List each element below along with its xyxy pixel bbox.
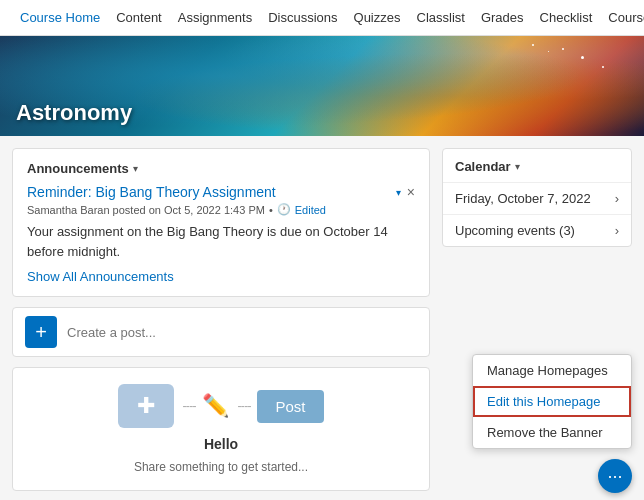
announcements-chevron-icon[interactable]: ▾ <box>133 163 138 174</box>
create-post-button[interactable]: + <box>25 316 57 348</box>
announcements-header: Announcements ▾ <box>27 161 415 176</box>
nav-discussions[interactable]: Discussions <box>260 0 345 36</box>
announcement-title-row: Reminder: Big Bang Theory Assignment ▾ × <box>27 184 415 200</box>
announcement-body: Your assignment on the Big Bang Theory i… <box>27 222 415 261</box>
nav-quizzes[interactable]: Quizzes <box>346 0 409 36</box>
announcement-author: Samantha Baran posted on Oct 5, 2022 1:4… <box>27 204 265 216</box>
announcement-title[interactable]: Reminder: Big Bang Theory Assignment <box>27 184 276 200</box>
calendar-chevron-icon[interactable]: ▾ <box>515 161 520 172</box>
dashed-arrow-icon: - - - - <box>182 399 194 413</box>
nav-content[interactable]: Content <box>108 0 170 36</box>
clock-icon: 🕐 <box>277 203 291 216</box>
nav-course-tools[interactable]: Course Tools ▾ <box>600 0 644 36</box>
nav-checklist[interactable]: Checklist <box>532 0 601 36</box>
add-icon-box: ✚ <box>118 384 174 428</box>
floating-action-button[interactable]: ··· <box>598 459 632 493</box>
create-post-bar: + <box>12 307 430 357</box>
course-banner: Astronomy <box>0 36 644 136</box>
calendar-date-label: Friday, October 7, 2022 <box>455 191 591 206</box>
calendar-card: Calendar ▾ Friday, October 7, 2022 › Upc… <box>442 148 632 247</box>
course-title: Astronomy <box>16 100 132 126</box>
announcement-close-button[interactable]: × <box>407 185 415 199</box>
announcements-card: Announcements ▾ Reminder: Big Bang Theor… <box>12 148 430 297</box>
more-dots-icon: ··· <box>607 466 622 487</box>
calendar-events-arrow-icon: › <box>615 223 619 238</box>
announcement-title-chevron-icon[interactable]: ▾ <box>396 187 401 198</box>
edit-homepage-item[interactable]: Edit this Homepage <box>473 386 631 417</box>
star-decoration <box>562 48 564 50</box>
calendar-events-label: Upcoming events (3) <box>455 223 575 238</box>
nav-course-home[interactable]: Course Home <box>12 0 108 36</box>
calendar-title: Calendar <box>455 159 511 174</box>
hello-subtitle: Share something to get started... <box>134 460 308 474</box>
calendar-events-row[interactable]: Upcoming events (3) › <box>443 214 631 246</box>
announcement-edited: Edited <box>295 204 326 216</box>
nav-classlist[interactable]: Classlist <box>409 0 473 36</box>
announcement-meta: Samantha Baran posted on Oct 5, 2022 1:4… <box>27 203 415 216</box>
calendar-date-arrow-icon: › <box>615 191 619 206</box>
manage-homepages-item[interactable]: Manage Homepages <box>473 355 631 386</box>
calendar-header: Calendar ▾ <box>443 149 631 182</box>
hello-title: Hello <box>204 436 238 452</box>
bullet-separator: • <box>269 204 273 216</box>
show-all-announcements-link[interactable]: Show All Announcements <box>27 269 174 284</box>
star-decoration <box>602 66 604 68</box>
nav-grades[interactable]: Grades <box>473 0 532 36</box>
remove-banner-item[interactable]: Remove the Banner <box>473 417 631 448</box>
star-decoration <box>581 56 584 59</box>
plus-icon: + <box>35 321 47 344</box>
announcements-title: Announcements <box>27 161 129 176</box>
star-decoration <box>548 51 549 52</box>
create-post-input[interactable] <box>67 325 417 340</box>
pencil-icon: ✏️ <box>202 393 229 419</box>
left-column: Announcements ▾ Reminder: Big Bang Theor… <box>12 148 430 491</box>
hello-area: ✚ - - - - ✏️ - - - - Post Hello Share so… <box>12 367 430 491</box>
hello-illustration: ✚ - - - - ✏️ - - - - Post <box>118 384 323 428</box>
nav-assignments[interactable]: Assignments <box>170 0 260 36</box>
dashed-arrow-icon-2: - - - - <box>237 399 249 413</box>
dropdown-menu: Manage Homepages Edit this Homepage Remo… <box>472 354 632 449</box>
calendar-date-row[interactable]: Friday, October 7, 2022 › <box>443 182 631 214</box>
post-button[interactable]: Post <box>257 390 323 423</box>
top-navigation: Course Home Content Assignments Discussi… <box>0 0 644 36</box>
star-decoration <box>532 44 534 46</box>
